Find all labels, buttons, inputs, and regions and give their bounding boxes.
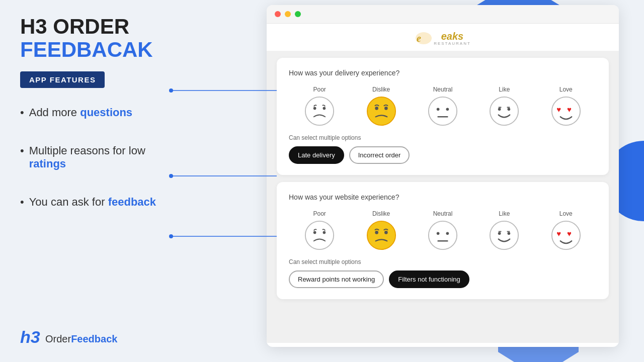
svg-point-20 — [498, 108, 501, 111]
page-title: H3 ORDER FEEDBACAK — [20, 15, 247, 61]
svg-point-10 — [313, 107, 316, 110]
delivery-tag-row: Late delivery Incorrect order — [289, 146, 597, 164]
dislike-face-1 — [366, 96, 396, 126]
svg-point-37 — [490, 221, 518, 249]
logo-h3-icon: h3 — [20, 328, 41, 350]
website-options-label: Can select multiple options — [289, 258, 597, 265]
svg-text:♥: ♥ — [567, 105, 572, 114]
tag-incorrect-order[interactable]: Incorrect order — [349, 146, 410, 164]
brand-logo-area: e eaks RESTAURANT — [267, 24, 619, 51]
feature-item-2: Multiple reasons for low ratings — [20, 144, 247, 170]
emoji-neutral-2[interactable]: Neutral — [428, 210, 458, 250]
emoji-like-2[interactable]: Like — [489, 210, 519, 250]
svg-text:♥: ♥ — [556, 229, 561, 238]
svg-point-31 — [375, 231, 378, 234]
brand-icon: e — [415, 31, 433, 46]
svg-point-16 — [437, 108, 440, 111]
svg-point-32 — [384, 231, 388, 234]
website-emoji-row: Poor Dislike — [289, 210, 597, 250]
tag-filters-not-functioning[interactable]: Filters not functioning — [389, 270, 469, 288]
logo-text: OrderFeedback — [45, 333, 117, 345]
app-features-badge: APP FEATURES — [20, 71, 105, 88]
browser-window: e eaks RESTAURANT How was your delivery … — [267, 5, 619, 347]
delivery-options-label: Can select multiple options — [289, 134, 597, 141]
svg-point-13 — [375, 107, 378, 110]
svg-point-29 — [323, 231, 326, 234]
emoji-like-label-2: Like — [499, 210, 510, 217]
emoji-love-1[interactable]: Love ♥ ♥ — [551, 86, 581, 126]
browser-maximize-dot[interactable] — [295, 11, 301, 17]
svg-point-11 — [323, 107, 326, 110]
emoji-poor-1[interactable]: Poor — [304, 86, 335, 126]
browser-bar — [267, 5, 619, 24]
title-highlight: FEEDBACAK — [20, 38, 153, 61]
svg-point-42 — [552, 221, 580, 249]
right-panel: e eaks RESTAURANT How was your delivery … — [267, 5, 619, 357]
feature-item-3: You can ask for feedback — [20, 196, 247, 209]
browser-close-dot[interactable] — [275, 11, 281, 17]
title-plain: H3 ORDER — [20, 15, 129, 38]
feature-list: Add more questions Multiple reasons for … — [20, 106, 247, 209]
bottom-logo: h3 OrderFeedback — [20, 328, 117, 350]
website-feedback-card: How was your website experience? Poor — [277, 182, 609, 299]
svg-text:♥: ♥ — [567, 229, 572, 238]
delivery-question: How was your delivery experience? — [289, 69, 597, 77]
svg-point-15 — [429, 97, 457, 125]
love-face-2: ♥ ♥ — [551, 220, 581, 250]
svg-text:e: e — [417, 33, 421, 44]
brand-name: eaks — [434, 31, 471, 41]
svg-point-24 — [552, 97, 580, 125]
svg-point-14 — [384, 107, 388, 110]
delivery-emoji-row: Poor Dislike — [289, 86, 597, 126]
website-question: How was your website experience? — [289, 193, 597, 201]
love-face-1: ♥ ♥ — [551, 96, 581, 126]
dislike-face-2 — [366, 220, 396, 250]
emoji-dislike-label-1: Dislike — [372, 86, 390, 93]
like-face-2 — [489, 220, 519, 250]
emoji-neutral-label-2: Neutral — [433, 210, 453, 217]
browser-minimize-dot[interactable] — [285, 11, 291, 17]
emoji-love-2[interactable]: Love ♥ ♥ — [551, 210, 581, 250]
svg-point-33 — [429, 221, 457, 249]
brand-tagline: RESTAURANT — [434, 41, 471, 46]
svg-point-17 — [446, 108, 449, 111]
svg-text:♥: ♥ — [556, 105, 561, 114]
emoji-neutral-1[interactable]: Neutral — [428, 86, 458, 126]
tag-reward-points[interactable]: Reward points not working — [289, 270, 384, 288]
delivery-feedback-card: How was your delivery experience? Poor — [277, 58, 609, 175]
emoji-poor-label-1: Poor — [313, 86, 326, 93]
svg-point-19 — [490, 97, 518, 125]
poor-face-2 — [304, 220, 335, 250]
feature-item-1: Add more questions — [20, 106, 247, 119]
tag-late-delivery[interactable]: Late delivery — [289, 146, 344, 164]
emoji-love-label-1: Love — [559, 86, 573, 93]
emoji-neutral-label-1: Neutral — [433, 86, 453, 93]
svg-point-38 — [498, 232, 501, 235]
svg-point-34 — [437, 232, 440, 235]
svg-point-21 — [508, 108, 511, 111]
emoji-dislike-2[interactable]: Dislike — [366, 210, 396, 250]
svg-point-27 — [305, 221, 334, 249]
emoji-like-1[interactable]: Like — [489, 86, 519, 126]
neutral-face-1 — [428, 96, 458, 126]
emoji-dislike-label-2: Dislike — [372, 210, 390, 217]
emoji-dislike-1[interactable]: Dislike — [366, 86, 396, 126]
neutral-face-2 — [428, 220, 458, 250]
emoji-poor-2[interactable]: Poor — [304, 210, 335, 250]
poor-face-1 — [304, 96, 335, 126]
browser-content: e eaks RESTAURANT How was your delivery … — [267, 24, 619, 343]
emoji-love-label-2: Love — [559, 210, 573, 217]
svg-point-35 — [446, 232, 449, 235]
left-panel: H3 ORDER FEEDBACAK APP FEATURES Add more… — [0, 0, 267, 362]
website-tag-row: Reward points not working Filters not fu… — [289, 270, 597, 288]
svg-point-9 — [305, 97, 334, 125]
svg-point-30 — [367, 221, 395, 249]
like-face-1 — [489, 96, 519, 126]
svg-point-28 — [313, 231, 316, 234]
svg-text:h3: h3 — [20, 328, 40, 346]
svg-point-39 — [508, 232, 511, 235]
emoji-like-label-1: Like — [499, 86, 510, 93]
emoji-poor-label-2: Poor — [313, 210, 326, 217]
svg-point-12 — [367, 97, 395, 125]
